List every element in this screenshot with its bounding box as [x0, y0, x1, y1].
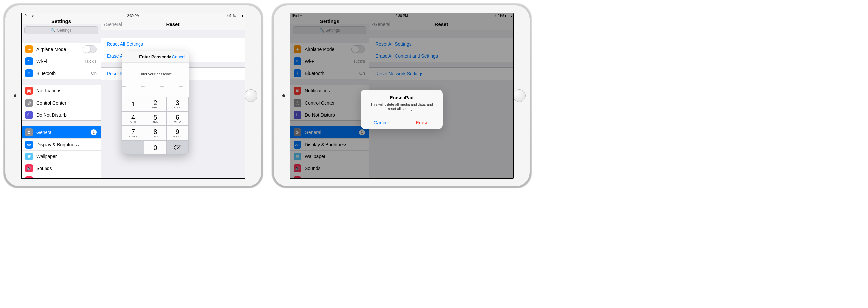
key-3[interactable]: 3DEF — [166, 97, 189, 111]
key-1[interactable]: 1 — [122, 97, 144, 111]
wifi-row-icon: ᯤ — [25, 57, 33, 65]
airplane-icon: ✈ — [25, 45, 33, 53]
general-icon: ⚙ — [25, 129, 33, 136]
alert-cancel-button[interactable]: Cancel — [361, 116, 402, 129]
row-notifications[interactable]: ▣ Notifications — [22, 85, 101, 97]
wallpaper-icon: ❀ — [25, 152, 33, 161]
front-camera — [282, 94, 285, 97]
row-control-center[interactable]: ◎ Control Center — [22, 97, 101, 109]
alert-message: This will delete all media and data, and… — [366, 102, 437, 111]
sidebar-title: Settings — [52, 19, 71, 24]
key-5[interactable]: 5JKL — [144, 111, 166, 126]
key-backspace[interactable] — [166, 140, 189, 155]
row-general[interactable]: ⚙ General 1 — [22, 127, 101, 138]
erase-ipad-alert: Erase iPad This will delete all media an… — [361, 90, 442, 129]
passcode-slots: — — — — — [122, 83, 189, 89]
display-icon: AA — [25, 141, 33, 148]
passcode-cancel-button[interactable]: Cancel — [172, 54, 185, 59]
bluetooth-row-icon: ᚼ — [25, 69, 33, 77]
detail-title: Reset — [166, 22, 180, 27]
key-6[interactable]: 6MNO — [166, 111, 189, 126]
sounds-icon: 🔊 — [25, 164, 33, 172]
general-badge: 1 — [91, 130, 97, 135]
carrier-label: iPad — [24, 14, 30, 18]
touchid-icon: ◉ — [25, 176, 33, 178]
home-button[interactable] — [513, 89, 526, 102]
backspace-icon — [174, 145, 181, 150]
key-blank — [122, 140, 144, 155]
search-icon: 🔍 — [51, 28, 56, 33]
passcode-title: Enter Passcode — [139, 54, 172, 59]
ipad-device-right: iPad ᯤ 2:30 PM ᚼ 91% Settings 🔍 Setti — [272, 3, 532, 188]
wifi-icon: ᯤ — [32, 14, 35, 18]
passcode-popover: Enter Passcode Cancel Enter your passcod… — [122, 52, 189, 155]
row-airplane-mode[interactable]: ✈ Airplane Mode — [22, 43, 101, 55]
key-7[interactable]: 7PQRS — [122, 126, 144, 140]
control-center-icon: ◎ — [25, 99, 33, 107]
row-wifi[interactable]: ᯤ Wi-Fi Tuck's — [22, 55, 101, 67]
battery-pct: 91% — [229, 14, 236, 18]
row-do-not-disturb[interactable]: ☾ Do Not Disturb — [22, 109, 101, 120]
home-button[interactable] — [245, 89, 257, 102]
key-2[interactable]: 2ABC — [144, 97, 166, 111]
back-button[interactable]: ‹ General — [103, 22, 122, 27]
key-0[interactable]: 0 — [144, 140, 166, 155]
row-reset-all-settings[interactable]: Reset All Settings — [101, 38, 245, 50]
row-wallpaper[interactable]: ❀ Wallpaper — [22, 150, 101, 162]
passcode-prompt: Enter your passcode — [122, 72, 189, 76]
airplane-switch[interactable] — [83, 45, 97, 53]
settings-sidebar: Settings 🔍 Settings ✈ Airplane Mode — [22, 19, 101, 178]
status-bar: iPad ᯤ 2:30 PM ᚼ 91% — [22, 13, 245, 19]
row-touchid[interactable]: ◉ Touch ID & Passcode — [22, 174, 101, 178]
alert-erase-button[interactable]: Erase — [402, 116, 443, 129]
front-camera — [14, 94, 17, 97]
key-9[interactable]: 9WXYZ — [166, 126, 189, 140]
keypad: 1 2ABC 3DEF 4GHI 5JKL 6MNO 7PQRS 8TUV 9W… — [122, 97, 189, 155]
notifications-icon: ▣ — [25, 87, 33, 95]
ipad-device-left: iPad ᯤ 2:30 PM ᚼ 91% Settings 🔍 — [3, 3, 263, 188]
search-placeholder: Settings — [57, 28, 71, 33]
key-8[interactable]: 8TUV — [144, 126, 166, 140]
alert-title: Erase iPad — [366, 95, 437, 100]
clock-label: 2:30 PM — [127, 14, 139, 18]
bluetooth-icon: ᚼ — [226, 14, 228, 18]
row-display[interactable]: AA Display & Brightness — [22, 138, 101, 150]
key-4[interactable]: 4GHI — [122, 111, 144, 126]
dnd-icon: ☾ — [25, 111, 33, 119]
search-input[interactable]: 🔍 Settings — [24, 26, 98, 34]
battery-icon — [237, 15, 243, 17]
row-bluetooth[interactable]: ᚼ Bluetooth On — [22, 67, 101, 79]
row-sounds[interactable]: 🔊 Sounds — [22, 162, 101, 174]
